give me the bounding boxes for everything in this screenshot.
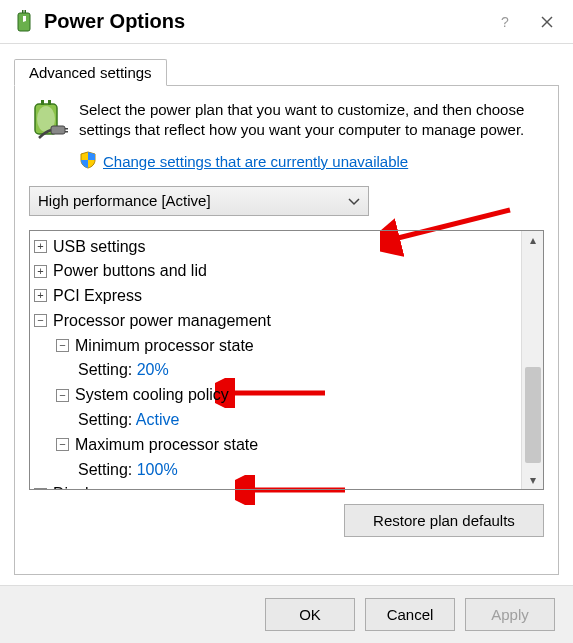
ok-button[interactable]: OK — [265, 598, 355, 631]
max-proc-value[interactable]: 100% — [137, 461, 178, 478]
svg-rect-12 — [65, 131, 68, 133]
dialog-button-bar: OK Cancel Apply — [0, 585, 573, 643]
max-proc-setting-row[interactable]: Setting: 100% — [34, 458, 519, 483]
svg-rect-0 — [18, 13, 30, 31]
expand-icon[interactable]: + — [34, 289, 47, 302]
tree-node-usb[interactable]: +USB settings — [34, 235, 519, 260]
collapse-icon[interactable]: − — [56, 389, 69, 402]
svg-rect-2 — [25, 10, 27, 13]
apply-button: Apply — [465, 598, 555, 631]
min-proc-value[interactable]: 20% — [137, 361, 169, 378]
cancel-button[interactable]: Cancel — [365, 598, 455, 631]
help-button[interactable]: ? — [487, 8, 527, 36]
cooling-value[interactable]: Active — [136, 411, 180, 428]
uac-shield-icon — [79, 151, 97, 172]
tree-node-system-cooling-policy[interactable]: −System cooling policy — [34, 383, 519, 408]
collapse-icon[interactable]: − — [56, 339, 69, 352]
svg-rect-10 — [51, 126, 65, 134]
expand-icon[interactable]: + — [34, 265, 47, 278]
change-unavailable-settings-link[interactable]: Change settings that are currently unava… — [103, 153, 408, 170]
svg-text:?: ? — [501, 15, 509, 29]
content-area: Advanced settings Select the power — [0, 44, 573, 575]
battery-plug-icon — [29, 100, 69, 140]
scroll-up-icon[interactable]: ▴ — [530, 233, 536, 247]
collapse-icon[interactable]: − — [56, 438, 69, 451]
scroll-down-icon[interactable]: ▾ — [530, 473, 536, 487]
tree-node-minimum-processor-state[interactable]: −Minimum processor state — [34, 334, 519, 359]
svg-rect-1 — [22, 10, 24, 13]
restore-defaults-button[interactable]: Restore plan defaults — [344, 504, 544, 537]
intro-text: Select the power plan that you want to c… — [79, 100, 544, 141]
expand-icon[interactable]: + — [34, 488, 47, 489]
power-plan-dropdown[interactable]: High performance [Active] — [29, 186, 369, 216]
collapse-icon[interactable]: − — [34, 314, 47, 327]
close-button[interactable] — [527, 8, 567, 36]
window-title: Power Options — [44, 10, 487, 33]
settings-tree: +USB settings +Power buttons and lid +PC… — [29, 230, 544, 490]
tab-panel: Select the power plan that you want to c… — [14, 85, 559, 575]
tree-node-pci-express[interactable]: +PCI Express — [34, 284, 519, 309]
tree-node-maximum-processor-state[interactable]: −Maximum processor state — [34, 433, 519, 458]
intro-row: Select the power plan that you want to c… — [29, 100, 544, 141]
power-plan-value: High performance [Active] — [38, 192, 211, 209]
svg-rect-8 — [48, 100, 51, 105]
chevron-down-icon — [348, 192, 360, 209]
scrollbar-thumb[interactable] — [525, 367, 541, 463]
tree-scrollbar[interactable]: ▴ ▾ — [521, 231, 543, 489]
min-proc-setting-row[interactable]: Setting: 20% — [34, 358, 519, 383]
cooling-setting-row[interactable]: Setting: Active — [34, 408, 519, 433]
titlebar: Power Options ? — [0, 0, 573, 44]
svg-rect-11 — [65, 128, 68, 130]
expand-icon[interactable]: + — [34, 240, 47, 253]
svg-rect-7 — [41, 100, 44, 105]
tree-node-display[interactable]: +Display — [34, 482, 519, 488]
tree-node-power-buttons-lid[interactable]: +Power buttons and lid — [34, 259, 519, 284]
tree-node-processor-power-management[interactable]: −Processor power management — [34, 309, 519, 334]
power-options-icon — [12, 10, 36, 34]
tab-advanced-settings[interactable]: Advanced settings — [14, 59, 167, 86]
